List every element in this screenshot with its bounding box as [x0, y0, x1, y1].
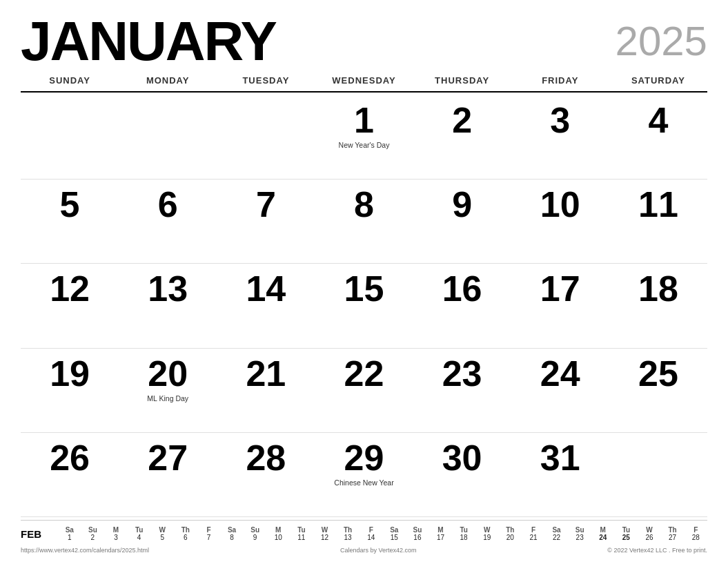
day-number: 23 — [442, 356, 482, 391]
day-number: 26 — [50, 440, 90, 476]
mini-header-cell: Sa — [220, 526, 244, 534]
mini-day-cell: 27 — [661, 534, 685, 541]
footer: https://www.vertex42.com/calendars/2025.… — [21, 544, 707, 555]
day-number: 7 — [256, 186, 276, 222]
mini-header-cell: Sa — [545, 526, 569, 534]
week-row-2: 567891011 — [21, 180, 707, 264]
day-cell-1-2: 7 — [217, 180, 315, 263]
day-cell-0-0: 0 — [21, 95, 119, 179]
month-title: JANUARY — [21, 14, 276, 69]
mini-day-cell: 12 — [313, 534, 337, 541]
mini-month-label: FEB — [21, 528, 54, 540]
day-header-wednesday: WEDNESDAY — [315, 72, 413, 88]
mini-header-cell: W — [313, 526, 337, 534]
day-cell-4-6: 0 — [609, 433, 707, 516]
mini-day-cell: 28 — [684, 534, 707, 541]
day-cell-3-0: 19 — [21, 349, 119, 432]
weeks-container: 0001New Year's Day2345678910111213141516… — [21, 95, 707, 517]
day-header-thursday: THURSDAY — [413, 72, 511, 88]
mini-header-cell: Th — [336, 526, 360, 534]
day-cell-1-0: 5 — [21, 180, 119, 263]
mini-header-cell: Th — [499, 526, 522, 534]
week-row-3: 12131415161718 — [21, 264, 707, 348]
mini-day-cell: 14 — [360, 534, 383, 541]
footer-center: Calendars by Vertex42.com — [340, 547, 417, 554]
mini-header-cell: Sa — [58, 526, 81, 534]
mini-days-grid: 1234567891011121314151617181920212223242… — [58, 534, 707, 541]
mini-day-cell: 23 — [568, 534, 591, 541]
day-cell-2-4: 16 — [413, 264, 511, 347]
mini-calendar-row: FEB SaSuMTuWThFSaSuMTuWThFSaSuMTuWThFSaS… — [21, 526, 707, 541]
mini-day-cell: 2 — [81, 534, 105, 541]
day-cell-4-3: 29Chinese New Year — [315, 433, 413, 516]
mini-day-cell: 6 — [174, 534, 197, 541]
day-cell-1-4: 9 — [413, 180, 511, 263]
day-cell-3-5: 24 — [511, 349, 609, 432]
day-number: 2 — [452, 102, 472, 138]
day-number: 8 — [354, 186, 374, 222]
day-number: 12 — [50, 271, 90, 307]
day-cell-2-0: 12 — [21, 264, 119, 347]
calendar-header: JANUARY 2025 — [21, 14, 707, 69]
mini-day-cell: 3 — [104, 534, 128, 541]
calendar-page: JANUARY 2025 SUNDAY MONDAY TUESDAY WEDNE… — [0, 0, 728, 562]
day-cell-0-6: 4 — [609, 95, 707, 179]
mini-day-cell: 26 — [638, 534, 661, 541]
mini-header-cell: Th — [174, 526, 197, 534]
mini-header-cell: Su — [81, 526, 105, 534]
mini-day-cell: 20 — [499, 534, 522, 541]
day-cell-2-6: 18 — [609, 264, 707, 347]
day-cell-3-6: 25 — [609, 349, 707, 432]
holiday-label: ML King Day — [147, 394, 188, 403]
mini-header-cell: F — [360, 526, 383, 534]
mini-day-cell: 13 — [336, 534, 360, 541]
mini-day-cell: 24 — [591, 534, 615, 541]
mini-day-cell: 8 — [220, 534, 244, 541]
mini-header-cell: Th — [661, 526, 685, 534]
day-number: 20 — [148, 356, 188, 391]
mini-day-cell: 22 — [545, 534, 569, 541]
mini-headers-grid: SaSuMTuWThFSaSuMTuWThFSaSuMTuWThFSaSuMTu… — [58, 526, 707, 534]
day-cell-2-3: 15 — [315, 264, 413, 347]
day-number: 14 — [246, 271, 286, 307]
day-cell-2-5: 17 — [511, 264, 609, 347]
day-cell-3-3: 22 — [315, 349, 413, 432]
mini-header-cell: W — [475, 526, 499, 534]
mini-header-cell: F — [684, 526, 707, 534]
day-cell-3-2: 21 — [217, 349, 315, 432]
week-row-4: 1920ML King Day2122232425 — [21, 349, 707, 433]
day-cell-4-1: 27 — [119, 433, 217, 516]
mini-header-cell: F — [197, 526, 221, 534]
day-cell-4-0: 26 — [21, 433, 119, 516]
day-number: 16 — [442, 271, 482, 307]
day-cell-2-1: 13 — [119, 264, 217, 347]
footer-url: https://www.vertex42.com/calendars/2025.… — [21, 547, 149, 554]
day-number: 21 — [246, 356, 286, 391]
mini-day-cell: 4 — [128, 534, 151, 541]
day-number: 27 — [148, 440, 188, 476]
mini-day-cell: 19 — [475, 534, 499, 541]
mini-day-cell: 11 — [290, 534, 313, 541]
holiday-label: New Year's Day — [339, 141, 390, 150]
day-cell-0-1: 0 — [119, 95, 217, 179]
day-cell-4-4: 30 — [413, 433, 511, 516]
day-number: 3 — [550, 102, 570, 138]
mini-day-cell: 25 — [615, 534, 638, 541]
day-cell-2-2: 14 — [217, 264, 315, 347]
day-cell-3-4: 23 — [413, 349, 511, 432]
mini-day-cell: 10 — [266, 534, 290, 541]
day-cell-4-2: 28 — [217, 433, 315, 516]
mini-calendar-section: FEB SaSuMTuWThFSaSuMTuWThFSaSuMTuWThFSaS… — [21, 520, 707, 543]
day-number: 30 — [442, 440, 482, 476]
day-number: 5 — [60, 186, 80, 222]
mini-header-cell: Sa — [383, 526, 406, 534]
mini-header-cell: W — [150, 526, 174, 534]
day-cell-1-6: 11 — [609, 180, 707, 263]
day-cell-1-5: 10 — [511, 180, 609, 263]
day-cell-0-3: 1New Year's Day — [315, 95, 413, 179]
year-title: 2025 — [616, 14, 707, 62]
day-number: 29 — [344, 440, 384, 476]
mini-day-cell: 15 — [383, 534, 406, 541]
mini-header-cell: Tu — [452, 526, 475, 534]
day-cell-0-4: 2 — [413, 95, 511, 179]
